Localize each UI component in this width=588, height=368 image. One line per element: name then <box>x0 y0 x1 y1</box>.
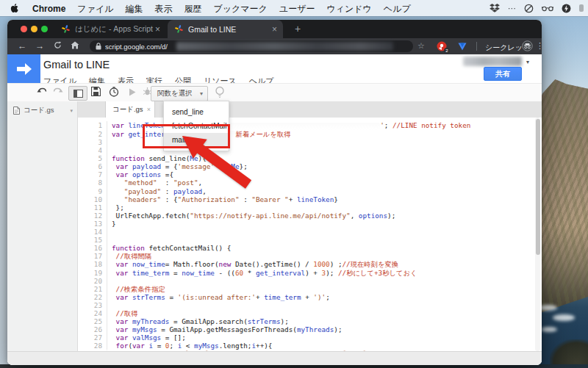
code-line: 26 var myMsgs = GmailApp.getMessagesForT… <box>78 325 542 333</box>
new-tab-button[interactable]: + <box>290 22 305 37</box>
project-title: Gmail to LINE <box>43 59 110 71</box>
code-line: 11 }; <box>78 203 542 212</box>
menubar-partial-icon <box>579 4 584 12</box>
function-menu-item[interactable]: send_line <box>164 105 229 119</box>
code-line: 15 <box>78 236 542 244</box>
url-redaction-blur <box>176 42 393 51</box>
code-line: 23 <box>78 301 542 309</box>
code-line: 16function fetchContactMail() { <box>78 244 542 252</box>
menubar-item[interactable]: ウィンドウ <box>326 4 371 14</box>
editor-statusbar <box>7 351 542 365</box>
code-line: 22 var strTerms = '(is:unread after:'+ t… <box>78 293 542 301</box>
menubar-item[interactable]: 履歴 <box>184 4 201 14</box>
code-line: 28 for(var i = 0; i < myMsgs.length;i++)… <box>78 342 542 350</box>
bookmark-star-icon[interactable]: ☆ <box>417 41 425 51</box>
line-number: 21 <box>78 285 107 293</box>
trigger-clock-icon[interactable] <box>109 87 119 97</box>
extension-red-icon[interactable]: 2 <box>437 41 447 51</box>
desktop: Chromeファイル編集表示履歴ブックマークユーザーウィンドウヘルプ ⋯ <box>0 0 588 368</box>
line-number: 16 <box>78 244 107 252</box>
code-line: 8 "method" : "post", <box>78 178 542 187</box>
traffic-light-minimize[interactable] <box>31 26 37 32</box>
dots-icon[interactable]: ⋯ <box>508 4 516 13</box>
menubar-item[interactable]: Chrome <box>32 4 65 14</box>
apple-menu-icon[interactable] <box>10 3 19 13</box>
tab-title: Gmail to LINE <box>188 25 272 34</box>
forward-button[interactable]: → <box>31 41 49 51</box>
menubar-item[interactable]: 編集 <box>125 4 143 14</box>
glasses-icon[interactable] <box>542 4 553 12</box>
account-caret-icon[interactable]: ▾ <box>526 59 529 65</box>
dropbox-icon[interactable] <box>490 4 500 12</box>
tab-title: はじめに - Apps Script <box>75 24 155 35</box>
code-line: 10 "headers" : {"Authorization" : "Beare… <box>78 195 542 203</box>
menubar-item[interactable]: 表示 <box>154 4 172 14</box>
menubar-item[interactable]: ブックマーク <box>213 4 267 14</box>
file-caret-icon[interactable]: ▾ <box>70 108 73 114</box>
caret-down-icon: ▾ <box>200 90 203 97</box>
wallpaper-foam <box>553 314 575 321</box>
editor-tab-label: コード.gs <box>112 105 143 115</box>
menubar-item[interactable]: ファイル <box>77 4 113 14</box>
save-icon[interactable] <box>91 87 101 96</box>
code-lines: 1var lineToken = ''; //LINE notify token… <box>78 121 542 351</box>
share-button[interactable]: 共有 <box>484 67 522 81</box>
code-line: 6 var payload = {'message' : Me}; <box>78 162 542 170</box>
code-line: 12 UrlFetchApp.fetch("https://notify-api… <box>78 212 542 220</box>
menubar-items: Chromeファイル編集表示履歴ブックマークユーザーウィンドウヘルプ <box>22 1 411 15</box>
home-button[interactable] <box>66 41 84 51</box>
redo-icon <box>53 87 63 95</box>
line-number: 8 <box>78 178 107 187</box>
editor-scrollbar[interactable] <box>535 118 540 351</box>
menubar-item[interactable]: ヘルプ <box>384 4 411 14</box>
line-number: 4 <box>78 146 107 154</box>
browser-toolbar: ← → script.google.com/d/ ☆ 2 <box>7 38 542 54</box>
file-name: コード.gs <box>24 106 70 115</box>
tab-close-icon[interactable]: × <box>155 24 160 35</box>
editor-tab-close-icon[interactable]: × <box>147 106 151 113</box>
chrome-window: はじめに - Apps Script × Gmail to LINE × + ←… <box>7 20 542 365</box>
line-number: 26 <box>78 325 107 333</box>
function-select-dropdown[interactable]: 関数を選択 ▾ <box>151 86 208 101</box>
code-editor[interactable]: 1var lineToken = ''; //LINE notify token… <box>78 118 542 351</box>
code-line: 19 var time_term = now_time - ((60 * get… <box>78 269 542 277</box>
editor-tab-code-gs[interactable]: コード.gs × <box>105 101 155 118</box>
line-number: 10 <box>78 195 107 203</box>
traffic-light-zoom[interactable] <box>41 26 48 32</box>
do-not-disturb-icon[interactable] <box>524 4 534 13</box>
account-redaction-blur <box>463 57 522 66</box>
traffic-light-close[interactable] <box>21 26 27 32</box>
code-line: 5function send_line(Me){ <box>78 154 542 162</box>
line-number: 9 <box>78 187 107 195</box>
code-line: 9 "payload" : payload, <box>78 187 542 195</box>
annotation-red-arrow <box>175 130 257 196</box>
extension-blue-icon[interactable] <box>457 41 467 51</box>
tab-apps-script-docs[interactable]: はじめに - Apps Script × <box>54 20 166 38</box>
line-number: 11 <box>78 203 107 212</box>
line-number: 13 <box>78 220 107 228</box>
file-item-code-gs[interactable]: コード.gs ▾ <box>7 104 77 118</box>
line-number: 6 <box>78 162 107 170</box>
tab-close-icon[interactable]: × <box>272 24 277 35</box>
menubar-item[interactable]: ユーザー <box>279 4 315 14</box>
code-line: 27 var valMsgs = []; <box>78 333 542 342</box>
editor-scrollbar-thumb[interactable] <box>536 119 540 255</box>
line-number: 12 <box>78 212 107 220</box>
extension-badge: 2 <box>444 48 450 54</box>
code-line: 21 //検索条件指定 <box>78 285 542 293</box>
panel-toggle-button[interactable] <box>68 86 87 101</box>
function-select-label: 関数を選択 <box>157 89 200 98</box>
bolt-icon[interactable] <box>562 4 571 13</box>
line-number: 28 <box>78 342 107 350</box>
code-line: 24 //取得 <box>78 309 542 317</box>
code-line: 14 <box>78 228 542 236</box>
line-number: 7 <box>78 170 107 178</box>
tab-gmail-to-line[interactable]: Gmail to LINE × <box>168 20 283 38</box>
address-bar[interactable]: script.google.com/d/ <box>90 40 413 52</box>
file-icon <box>13 107 20 115</box>
back-button[interactable]: ← <box>13 41 31 51</box>
undo-icon[interactable] <box>37 87 47 95</box>
browser-menu-icon[interactable]: ⋮ <box>536 41 542 51</box>
files-sidebar: コード.gs ▾ <box>7 101 78 351</box>
reload-button[interactable] <box>49 41 66 51</box>
